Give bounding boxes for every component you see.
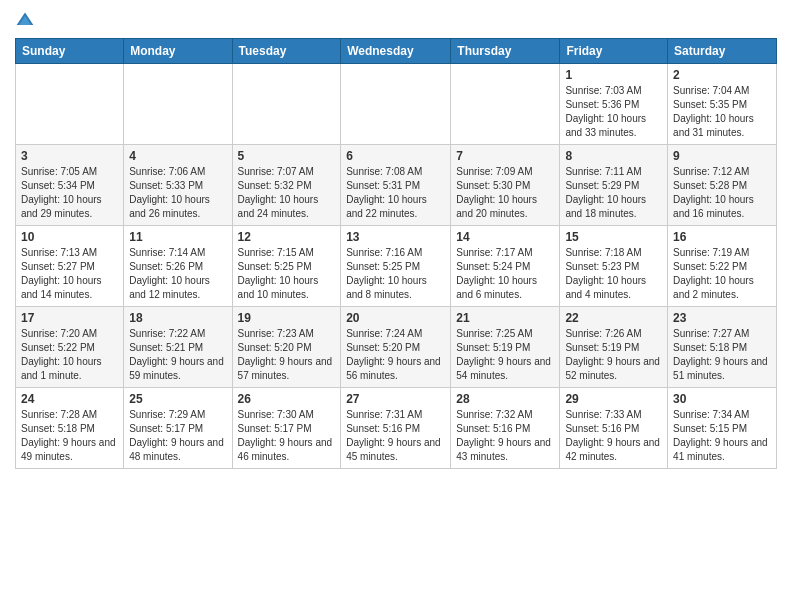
day-info: Sunrise: 7:32 AM Sunset: 5:16 PM Dayligh…: [456, 408, 554, 464]
day-number: 30: [673, 392, 771, 406]
calendar-cell: 5Sunrise: 7:07 AM Sunset: 5:32 PM Daylig…: [232, 145, 341, 226]
calendar-cell: 25Sunrise: 7:29 AM Sunset: 5:17 PM Dayli…: [124, 388, 232, 469]
calendar-cell: 4Sunrise: 7:06 AM Sunset: 5:33 PM Daylig…: [124, 145, 232, 226]
day-number: 2: [673, 68, 771, 82]
day-number: 24: [21, 392, 118, 406]
day-info: Sunrise: 7:23 AM Sunset: 5:20 PM Dayligh…: [238, 327, 336, 383]
day-info: Sunrise: 7:25 AM Sunset: 5:19 PM Dayligh…: [456, 327, 554, 383]
day-number: 6: [346, 149, 445, 163]
day-number: 15: [565, 230, 662, 244]
logo: [15, 10, 37, 30]
day-number: 22: [565, 311, 662, 325]
day-number: 23: [673, 311, 771, 325]
calendar-cell: 21Sunrise: 7:25 AM Sunset: 5:19 PM Dayli…: [451, 307, 560, 388]
day-number: 21: [456, 311, 554, 325]
day-info: Sunrise: 7:13 AM Sunset: 5:27 PM Dayligh…: [21, 246, 118, 302]
day-info: Sunrise: 7:07 AM Sunset: 5:32 PM Dayligh…: [238, 165, 336, 221]
day-info: Sunrise: 7:17 AM Sunset: 5:24 PM Dayligh…: [456, 246, 554, 302]
logo-icon: [15, 10, 35, 30]
day-number: 17: [21, 311, 118, 325]
day-number: 5: [238, 149, 336, 163]
day-number: 11: [129, 230, 226, 244]
day-info: Sunrise: 7:03 AM Sunset: 5:36 PM Dayligh…: [565, 84, 662, 140]
calendar-cell: 2Sunrise: 7:04 AM Sunset: 5:35 PM Daylig…: [668, 64, 777, 145]
calendar-cell: 12Sunrise: 7:15 AM Sunset: 5:25 PM Dayli…: [232, 226, 341, 307]
day-info: Sunrise: 7:29 AM Sunset: 5:17 PM Dayligh…: [129, 408, 226, 464]
day-info: Sunrise: 7:04 AM Sunset: 5:35 PM Dayligh…: [673, 84, 771, 140]
day-info: Sunrise: 7:06 AM Sunset: 5:33 PM Dayligh…: [129, 165, 226, 221]
day-info: Sunrise: 7:05 AM Sunset: 5:34 PM Dayligh…: [21, 165, 118, 221]
day-info: Sunrise: 7:34 AM Sunset: 5:15 PM Dayligh…: [673, 408, 771, 464]
calendar-cell: [16, 64, 124, 145]
day-number: 4: [129, 149, 226, 163]
day-info: Sunrise: 7:22 AM Sunset: 5:21 PM Dayligh…: [129, 327, 226, 383]
calendar-cell: 8Sunrise: 7:11 AM Sunset: 5:29 PM Daylig…: [560, 145, 668, 226]
day-info: Sunrise: 7:15 AM Sunset: 5:25 PM Dayligh…: [238, 246, 336, 302]
day-info: Sunrise: 7:31 AM Sunset: 5:16 PM Dayligh…: [346, 408, 445, 464]
day-number: 27: [346, 392, 445, 406]
day-number: 18: [129, 311, 226, 325]
calendar-cell: 27Sunrise: 7:31 AM Sunset: 5:16 PM Dayli…: [341, 388, 451, 469]
calendar-cell: 16Sunrise: 7:19 AM Sunset: 5:22 PM Dayli…: [668, 226, 777, 307]
day-number: 10: [21, 230, 118, 244]
weekday-header: Saturday: [668, 39, 777, 64]
day-number: 29: [565, 392, 662, 406]
calendar-cell: 7Sunrise: 7:09 AM Sunset: 5:30 PM Daylig…: [451, 145, 560, 226]
day-info: Sunrise: 7:28 AM Sunset: 5:18 PM Dayligh…: [21, 408, 118, 464]
calendar-cell: 19Sunrise: 7:23 AM Sunset: 5:20 PM Dayli…: [232, 307, 341, 388]
weekday-header: Thursday: [451, 39, 560, 64]
day-number: 12: [238, 230, 336, 244]
day-number: 26: [238, 392, 336, 406]
calendar-cell: [341, 64, 451, 145]
calendar-cell: [124, 64, 232, 145]
calendar-cell: 26Sunrise: 7:30 AM Sunset: 5:17 PM Dayli…: [232, 388, 341, 469]
day-number: 13: [346, 230, 445, 244]
calendar-cell: 18Sunrise: 7:22 AM Sunset: 5:21 PM Dayli…: [124, 307, 232, 388]
calendar-cell: 14Sunrise: 7:17 AM Sunset: 5:24 PM Dayli…: [451, 226, 560, 307]
calendar-cell: 23Sunrise: 7:27 AM Sunset: 5:18 PM Dayli…: [668, 307, 777, 388]
weekday-header: Sunday: [16, 39, 124, 64]
calendar-cell: [451, 64, 560, 145]
calendar-week-row: 10Sunrise: 7:13 AM Sunset: 5:27 PM Dayli…: [16, 226, 777, 307]
day-info: Sunrise: 7:33 AM Sunset: 5:16 PM Dayligh…: [565, 408, 662, 464]
day-info: Sunrise: 7:20 AM Sunset: 5:22 PM Dayligh…: [21, 327, 118, 383]
calendar-cell: 10Sunrise: 7:13 AM Sunset: 5:27 PM Dayli…: [16, 226, 124, 307]
day-info: Sunrise: 7:08 AM Sunset: 5:31 PM Dayligh…: [346, 165, 445, 221]
calendar-cell: 15Sunrise: 7:18 AM Sunset: 5:23 PM Dayli…: [560, 226, 668, 307]
weekday-header: Tuesday: [232, 39, 341, 64]
calendar-cell: 6Sunrise: 7:08 AM Sunset: 5:31 PM Daylig…: [341, 145, 451, 226]
calendar-cell: 24Sunrise: 7:28 AM Sunset: 5:18 PM Dayli…: [16, 388, 124, 469]
day-info: Sunrise: 7:24 AM Sunset: 5:20 PM Dayligh…: [346, 327, 445, 383]
day-number: 16: [673, 230, 771, 244]
day-number: 20: [346, 311, 445, 325]
calendar-cell: 3Sunrise: 7:05 AM Sunset: 5:34 PM Daylig…: [16, 145, 124, 226]
calendar-cell: 1Sunrise: 7:03 AM Sunset: 5:36 PM Daylig…: [560, 64, 668, 145]
day-info: Sunrise: 7:12 AM Sunset: 5:28 PM Dayligh…: [673, 165, 771, 221]
calendar-cell: 17Sunrise: 7:20 AM Sunset: 5:22 PM Dayli…: [16, 307, 124, 388]
weekday-header: Friday: [560, 39, 668, 64]
calendar-cell: 11Sunrise: 7:14 AM Sunset: 5:26 PM Dayli…: [124, 226, 232, 307]
day-info: Sunrise: 7:30 AM Sunset: 5:17 PM Dayligh…: [238, 408, 336, 464]
weekday-header: Wednesday: [341, 39, 451, 64]
calendar-week-row: 24Sunrise: 7:28 AM Sunset: 5:18 PM Dayli…: [16, 388, 777, 469]
day-number: 19: [238, 311, 336, 325]
day-number: 9: [673, 149, 771, 163]
day-number: 28: [456, 392, 554, 406]
calendar-cell: 20Sunrise: 7:24 AM Sunset: 5:20 PM Dayli…: [341, 307, 451, 388]
calendar-week-row: 1Sunrise: 7:03 AM Sunset: 5:36 PM Daylig…: [16, 64, 777, 145]
day-info: Sunrise: 7:19 AM Sunset: 5:22 PM Dayligh…: [673, 246, 771, 302]
calendar-week-row: 17Sunrise: 7:20 AM Sunset: 5:22 PM Dayli…: [16, 307, 777, 388]
day-info: Sunrise: 7:11 AM Sunset: 5:29 PM Dayligh…: [565, 165, 662, 221]
page: SundayMondayTuesdayWednesdayThursdayFrid…: [0, 0, 792, 479]
calendar-week-row: 3Sunrise: 7:05 AM Sunset: 5:34 PM Daylig…: [16, 145, 777, 226]
day-number: 7: [456, 149, 554, 163]
calendar-header-row: SundayMondayTuesdayWednesdayThursdayFrid…: [16, 39, 777, 64]
header: [15, 10, 777, 30]
day-info: Sunrise: 7:09 AM Sunset: 5:30 PM Dayligh…: [456, 165, 554, 221]
day-info: Sunrise: 7:27 AM Sunset: 5:18 PM Dayligh…: [673, 327, 771, 383]
day-info: Sunrise: 7:14 AM Sunset: 5:26 PM Dayligh…: [129, 246, 226, 302]
day-info: Sunrise: 7:16 AM Sunset: 5:25 PM Dayligh…: [346, 246, 445, 302]
weekday-header: Monday: [124, 39, 232, 64]
day-number: 3: [21, 149, 118, 163]
calendar-cell: 13Sunrise: 7:16 AM Sunset: 5:25 PM Dayli…: [341, 226, 451, 307]
